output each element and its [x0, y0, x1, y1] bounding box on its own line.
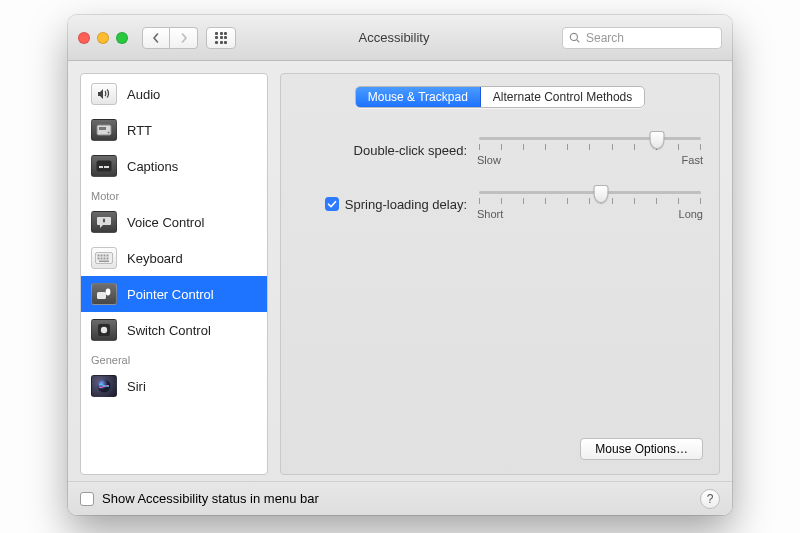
- sidebar-item-label: Voice Control: [127, 215, 204, 230]
- sidebar-item-label: Pointer Control: [127, 287, 214, 302]
- tab-mouse-trackpad[interactable]: Mouse & Trackpad: [356, 87, 481, 107]
- sidebar-item-captions[interactable]: Captions: [81, 148, 267, 184]
- svg-rect-16: [99, 261, 109, 263]
- svg-rect-11: [107, 255, 109, 257]
- sidebar-item-label: Audio: [127, 87, 160, 102]
- speaker-icon: [91, 83, 117, 105]
- slider-thumb[interactable]: [594, 185, 609, 203]
- search-placeholder: Search: [586, 31, 624, 45]
- zoom-window-button[interactable]: [116, 32, 128, 44]
- svg-rect-1: [99, 127, 106, 130]
- svg-rect-6: [103, 219, 105, 223]
- search-field[interactable]: Search: [562, 27, 722, 49]
- slider-max-label: Fast: [682, 154, 703, 166]
- close-window-button[interactable]: [78, 32, 90, 44]
- sidebar-item-siri[interactable]: Siri: [81, 368, 267, 404]
- window-toolbar: Accessibility Search: [68, 15, 732, 61]
- category-sidebar[interactable]: Audio RTT Captions Motor: [80, 73, 268, 475]
- sidebar-item-audio[interactable]: Audio: [81, 76, 267, 112]
- sidebar-item-voice-control[interactable]: Voice Control: [81, 204, 267, 240]
- grid-icon: [215, 32, 227, 44]
- minimize-window-button[interactable]: [97, 32, 109, 44]
- svg-rect-15: [107, 258, 109, 260]
- siri-icon: [91, 375, 117, 397]
- spring-loading-row: Spring-loading delay: Short Long: [297, 188, 703, 220]
- tab-alternate-control[interactable]: Alternate Control Methods: [481, 87, 644, 107]
- svg-rect-9: [101, 255, 103, 257]
- sidebar-section-motor: Motor: [81, 184, 267, 204]
- double-click-speed-slider[interactable]: [479, 134, 701, 150]
- sidebar-item-switch-control[interactable]: Switch Control: [81, 312, 267, 348]
- svg-point-20: [101, 327, 107, 333]
- mouse-options-button[interactable]: Mouse Options…: [580, 438, 703, 460]
- double-click-speed-label: Double-click speed:: [354, 143, 467, 158]
- svg-rect-13: [101, 258, 103, 260]
- show-all-prefs-button[interactable]: [206, 27, 236, 49]
- sidebar-item-label: Switch Control: [127, 323, 211, 338]
- svg-rect-12: [98, 258, 100, 260]
- mic-bubble-icon: [91, 211, 117, 233]
- sidebar-item-label: RTT: [127, 123, 152, 138]
- sidebar-item-label: Keyboard: [127, 251, 183, 266]
- settings-panel: Mouse & Trackpad Alternate Control Metho…: [280, 73, 720, 475]
- search-icon: [569, 32, 581, 44]
- sidebar-item-keyboard[interactable]: Keyboard: [81, 240, 267, 276]
- tab-group: Mouse & Trackpad Alternate Control Metho…: [355, 86, 645, 108]
- pointer-icon: [91, 283, 117, 305]
- svg-point-18: [106, 289, 111, 296]
- nav-buttons: [142, 27, 198, 49]
- switch-icon: [91, 319, 117, 341]
- slider-thumb[interactable]: [649, 131, 664, 149]
- sidebar-item-label: Captions: [127, 159, 178, 174]
- svg-point-2: [108, 132, 110, 134]
- slider-max-label: Long: [679, 208, 703, 220]
- show-status-checkbox[interactable]: [80, 492, 94, 506]
- forward-button[interactable]: [170, 27, 198, 49]
- window-footer: Show Accessibility status in menu bar ?: [68, 481, 732, 515]
- sidebar-item-rtt[interactable]: RTT: [81, 112, 267, 148]
- captions-icon: [91, 155, 117, 177]
- sidebar-section-general: General: [81, 348, 267, 368]
- svg-rect-17: [97, 292, 106, 299]
- svg-rect-5: [104, 166, 109, 168]
- svg-rect-8: [98, 255, 100, 257]
- show-status-label: Show Accessibility status in menu bar: [102, 491, 319, 506]
- window-title: Accessibility: [244, 30, 554, 45]
- sidebar-item-pointer-control[interactable]: Pointer Control: [81, 276, 267, 312]
- spring-loading-slider[interactable]: [479, 188, 701, 204]
- rtt-icon: [91, 119, 117, 141]
- accessibility-window: Accessibility Search Audio RTT: [68, 15, 732, 515]
- double-click-speed-row: Double-click speed: Slow Fast: [297, 134, 703, 166]
- window-controls: [78, 32, 128, 44]
- svg-rect-10: [104, 255, 106, 257]
- slider-min-label: Short: [477, 208, 503, 220]
- spring-loading-label: Spring-loading delay:: [345, 197, 467, 212]
- slider-min-label: Slow: [477, 154, 501, 166]
- sidebar-item-label: Siri: [127, 379, 146, 394]
- svg-rect-4: [99, 166, 103, 168]
- keyboard-icon: [91, 247, 117, 269]
- help-button[interactable]: ?: [700, 489, 720, 509]
- back-button[interactable]: [142, 27, 170, 49]
- spring-loading-checkbox[interactable]: [325, 197, 339, 211]
- svg-rect-14: [104, 258, 106, 260]
